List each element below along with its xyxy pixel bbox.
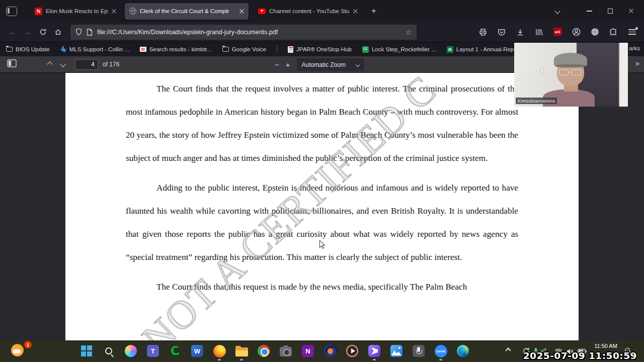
taskbar-media-player-button[interactable] [345,344,359,358]
bookmark-mls-support[interactable]: MLS Support - Collin ... [60,46,129,52]
taskbar-audacity-button[interactable] [323,344,337,358]
tab-close-icon[interactable] [239,9,244,14]
list-all-tabs-icon[interactable] [554,8,560,14]
new-tab-button[interactable]: + [367,5,380,18]
account-icon [572,28,581,36]
pdf-page[interactable]: The Court finds that the request involve… [65,73,579,340]
menu-button[interactable] [626,26,638,39]
taskbar-search-button[interactable] [102,344,116,358]
pdf-viewer: The Court finds that the request involve… [0,73,644,340]
home-button[interactable] [50,25,65,40]
search-icon [105,347,112,354]
hamburger-menu-icon [628,29,636,35]
taskbar-chrome-button[interactable] [257,344,271,358]
ublock-origin-button[interactable]: uO [551,26,564,39]
bookmarks-overflow-label[interactable]: arks [629,45,640,51]
zoom-out-button[interactable]: − [275,60,279,69]
tab-clerk-circuit-court[interactable]: Clerk of the Circuit Court & Comptr [125,3,249,20]
onenote-icon: N [302,345,314,357]
teams-icon: T [147,345,159,357]
taskbar-clipchamp-button[interactable] [367,344,381,358]
window-maximize-button[interactable] [600,3,621,20]
printer-icon [479,28,487,36]
taskbar-firefox-button[interactable] [212,344,226,358]
bookmark-lock-step[interactable]: Lock Step_Rockefeller ... [362,46,436,53]
webcam-username-label: Kimsobservations [516,98,557,104]
tab-youtube-studio[interactable]: Channel content - YouTube Stu [254,3,362,20]
tray-show-hidden-icons[interactable] [506,348,510,352]
next-page-button[interactable] [60,61,65,67]
bookmark-label: Layout 1 - Annual-Rep... [456,46,519,52]
tab-close-icon[interactable] [112,9,116,14]
firefox-view-icon[interactable] [6,7,17,16]
back-button[interactable]: ← [5,25,20,40]
screen: N Elon Musk Reacts to Epstein Lis Clerk … [0,0,644,362]
bookmark-jpar-onestop[interactable]: JPAR® OneStop Hub [288,46,352,53]
webcam-cap-brim [555,64,586,67]
privacy-badger-button[interactable] [589,26,601,39]
back-arrow-icon: ← [9,28,17,37]
tray-clock[interactable]: 11:50 AM [590,343,622,349]
bookmark-google-voice[interactable]: Google Voice [222,46,266,52]
reload-button[interactable] [35,25,50,40]
pocket-icon [498,28,506,36]
zoom-app-icon: zoom [435,345,447,357]
bookmark-search-results[interactable]: M Search results - kimbtr... [140,46,212,52]
chevron-up-icon [505,347,511,353]
taskbar-voice-recorder-button[interactable] [412,344,426,358]
print-button[interactable] [477,26,489,39]
home-icon [54,28,62,36]
bookmark-star-icon[interactable]: ☆ [405,28,412,36]
extensions-button[interactable] [607,26,619,39]
bookmark-label: Search results - kimbtr... [149,46,212,52]
taskbar-explorer-button[interactable] [234,344,249,358]
page-number-input[interactable] [75,59,98,70]
bookmark-bios-update[interactable]: BIOS Update [6,46,50,52]
taskbar-camera-button[interactable] [279,344,293,358]
forward-arrow-icon: → [24,28,32,37]
pdf-toolbar-overflow-button[interactable]: » [635,59,639,67]
taskbar-teams-button[interactable]: T [146,344,160,358]
page-icon [87,29,93,36]
tab-close-icon[interactable] [353,9,358,14]
url-bar[interactable]: file:///C:/Users/Kim/Downloads/epstein-g… [70,25,417,40]
edge-icon [457,345,469,357]
taskbar-edge-button[interactable] [456,344,470,358]
pdf-sidebar-toggle[interactable] [7,59,17,69]
taskbar-start-button[interactable] [79,344,94,358]
taskbar-onenote-button[interactable]: N [301,344,315,358]
clipchamp-icon [368,345,380,357]
library-button[interactable] [533,26,545,39]
document-paragraph: The Court finds that this request is mad… [126,276,518,299]
tab-elon-musk[interactable]: N Elon Musk Reacts to Epstein Lis [30,3,121,20]
globe-favicon [129,8,136,15]
downloads-button[interactable] [514,26,526,39]
previous-page-button[interactable] [47,61,52,67]
bookmark-layout-1[interactable]: R Layout 1 - Annual-Rep... [447,46,519,53]
taskbar-zoom-button[interactable]: zoom [434,344,448,358]
account-button[interactable] [570,26,582,39]
webcam-light-switch [540,68,544,74]
taskbar-cricut-button[interactable]: C [168,344,182,358]
download-icon [516,28,524,36]
badger-globe-icon [591,28,599,36]
forward-button[interactable]: → [20,25,35,40]
ublock-icon: uO [553,28,562,36]
recording-timestamp-overlay: 2025-07-09 11:50:59 [523,350,637,361]
taskbar-word-button[interactable]: W [190,344,204,358]
folder-icon [6,47,13,52]
pocket-button[interactable] [496,26,508,39]
document-icon [288,46,293,53]
newsweek-favicon: N [35,8,42,15]
tray-time-label: 11:50 AM [594,343,617,349]
zoom-in-button[interactable]: + [286,60,290,69]
taskbar-photos-button[interactable] [389,344,404,358]
url-text: file:///C:/Users/Kim/Downloads/epstein-g… [97,29,400,36]
taskbar-copilot-button[interactable] [124,344,138,358]
window-close-button[interactable] [621,3,642,20]
bookmarks-separator [277,45,277,53]
window-minimize-button[interactable] [579,3,600,20]
taskbar-widgets-button[interactable]: 1 [11,344,29,359]
tab-bar: N Elon Musk Reacts to Epstein Lis Clerk … [0,0,644,22]
zoom-select[interactable]: Automatic Zoom [297,58,364,71]
